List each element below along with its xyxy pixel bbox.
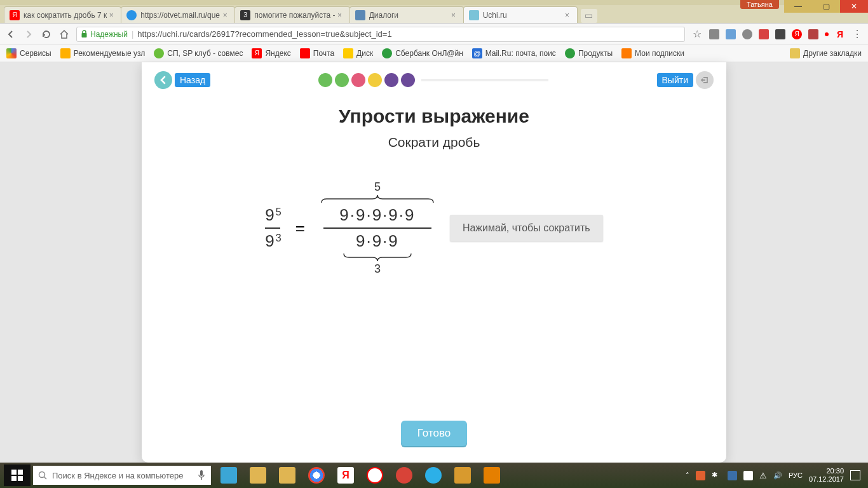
browser-tab[interactable]: Диалоги × [349, 6, 464, 23]
back-label[interactable]: Назад [175, 73, 210, 87]
taskbar-app[interactable] [302, 464, 330, 486]
svg-rect-0 [82, 33, 87, 37]
taskbar-app[interactable]: Я [332, 464, 360, 486]
nav-home-button[interactable] [58, 29, 70, 40]
tab-close-icon[interactable]: × [107, 11, 116, 20]
bookmark-item[interactable]: СП, SP клуб - совмес [154, 48, 243, 58]
fraction-expanded[interactable]: 5 9·9·9·9·9 9·9·9 3 [320, 180, 435, 276]
expanded-numerator[interactable]: 9·9·9·9·9 [339, 205, 415, 225]
tray-volume-icon[interactable]: 🔊 [773, 471, 782, 480]
taskbar-app[interactable] [419, 464, 447, 486]
tab-close-icon[interactable]: × [220, 11, 229, 20]
math-expression: 95 93 = 5 9·9·9·9·9 9·9·9 [265, 180, 602, 276]
menu-icon[interactable]: ⋮ [851, 29, 863, 40]
system-tray: ˄ ✱ ⚠ 🔊 РУС 20:30 07.12.2017 [686, 467, 864, 484]
tab-close-icon[interactable]: × [336, 11, 344, 20]
taskbar-clock[interactable]: 20:30 07.12.2017 [809, 467, 844, 484]
taskbar-app[interactable] [449, 464, 477, 486]
window-maximize-button[interactable]: ▢ [812, 0, 840, 13]
taskbar: Поиск в Яндексе и на компьютере Я ˄ ✱ ⚠ … [0, 463, 868, 488]
ext-icon[interactable] [775, 29, 785, 39]
tray-network-icon[interactable]: ⚠ [759, 471, 767, 480]
browser-tab[interactable]: З помогите пожалуйста - × [234, 6, 349, 23]
search-placeholder: Поиск в Яндексе и на компьютере [52, 471, 183, 480]
ext-icon[interactable] [759, 29, 769, 39]
user-badge: Татьяна [740, 0, 779, 9]
new-tab-button[interactable]: ▭ [581, 9, 597, 23]
bookmark-item[interactable]: Рекомендуемые узл [60, 48, 146, 58]
nav-forward-button[interactable] [23, 29, 34, 40]
bookmark-item[interactable]: ЯЯндекс [252, 48, 290, 58]
top-brace-count: 5 [374, 180, 381, 194]
done-button[interactable]: Готово [401, 421, 468, 446]
expanded-denominator[interactable]: 9·9·9 [356, 231, 399, 251]
tray-icon[interactable] [696, 471, 705, 480]
progress-dot [351, 73, 365, 87]
bookmark-item[interactable]: Продукты [565, 48, 613, 58]
tray-chevron-icon[interactable]: ˄ [686, 471, 689, 480]
ext-icon[interactable]: Я [792, 29, 802, 39]
other-bookmarks[interactable]: Другие закладки [790, 48, 862, 58]
bookmark-apps[interactable]: Сервисы [6, 48, 51, 58]
tab-title: Uchi.ru [483, 11, 563, 20]
nav-back-button[interactable] [5, 29, 17, 40]
bookmark-item[interactable]: @Mail.Ru: почта, поис [472, 48, 556, 58]
page-content: Назад Выйти Упрости выражение Сократи др… [0, 62, 868, 463]
lesson-title: Упрости выражение [339, 105, 529, 127]
browser-tab[interactable]: Я как сократить дробь 7 к × [4, 6, 121, 23]
lock-icon [81, 30, 88, 38]
progress-dot [401, 73, 415, 87]
bottom-brace-icon [342, 251, 412, 262]
progress-dot [335, 73, 349, 87]
progress-dot [368, 73, 382, 87]
ext-icon[interactable] [709, 29, 719, 39]
taskbar-app[interactable] [478, 464, 506, 486]
exit-label[interactable]: Выйти [657, 73, 693, 87]
browser-tab[interactable]: https://otvet.mail.ru/que × [121, 6, 235, 23]
browser-tab-active[interactable]: Uchi.ru × [463, 6, 578, 23]
ext-icon[interactable] [726, 29, 736, 39]
ext-icon[interactable] [808, 29, 818, 39]
tray-icon[interactable]: ✱ [712, 471, 721, 480]
browser-tabstrip: Я как сократить дробь 7 к × https://otve… [0, 5, 868, 23]
progress-dots [318, 73, 548, 87]
taskbar-app[interactable] [390, 464, 418, 486]
tab-title: как сократить дробь 7 к [24, 11, 107, 20]
ext-icon[interactable] [825, 32, 829, 36]
nav-reload-button[interactable] [41, 29, 52, 40]
lesson-card: Назад Выйти Упрости выражение Сократи др… [142, 62, 726, 463]
taskbar-app[interactable] [361, 464, 389, 486]
tray-language[interactable]: РУС [789, 471, 803, 479]
window-minimize-button[interactable]: — [784, 0, 812, 13]
window-close-button[interactable]: ✕ [840, 0, 868, 13]
taskbar-search[interactable]: Поиск в Яндексе и на компьютере [33, 466, 211, 485]
bookmark-item[interactable]: Диск [343, 48, 373, 58]
back-button[interactable] [154, 71, 172, 89]
taskbar-app[interactable] [273, 464, 301, 486]
exit-button[interactable] [696, 71, 714, 89]
start-button[interactable] [4, 464, 31, 486]
address-input[interactable]: Надежный | https://uchi.ru/cards/26917?r… [76, 27, 685, 42]
ext-icon[interactable]: Я [835, 29, 845, 39]
tab-close-icon[interactable]: × [449, 11, 458, 20]
windows-logo-icon [11, 470, 23, 481]
bookmark-item[interactable]: Мои подписки [621, 48, 684, 58]
tray-icon[interactable] [728, 471, 737, 480]
tab-close-icon[interactable]: × [563, 11, 572, 20]
bookmark-item[interactable]: Почта [300, 48, 334, 58]
mic-icon[interactable] [197, 470, 206, 481]
hint-button[interactable]: Нажимай, чтобы сократить [450, 215, 603, 241]
bookmarks-bar: Сервисы Рекомендуемые узл СП, SP клуб - … [0, 44, 868, 62]
fraction-left: 95 93 [265, 205, 280, 251]
progress-dot [318, 73, 332, 87]
tray-notification-icon[interactable] [850, 470, 860, 480]
bookmark-item[interactable]: Сбербанк ОнЛ@йн [382, 48, 463, 58]
address-bar: Надежный | https://uchi.ru/cards/26917?r… [0, 24, 868, 44]
tray-icon[interactable] [743, 471, 753, 480]
star-icon[interactable]: ☆ [691, 29, 703, 40]
taskbar-app[interactable] [244, 464, 272, 486]
taskbar-app[interactable] [215, 464, 243, 486]
ext-icon[interactable] [742, 29, 752, 39]
taskbar-apps: Я [215, 464, 506, 486]
tab-favicon: З [240, 10, 250, 20]
